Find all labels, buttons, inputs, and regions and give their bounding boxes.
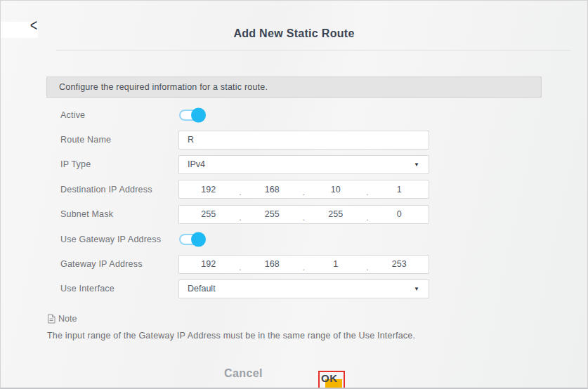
form-row-use-gateway: Use Gateway IP Address [60, 227, 431, 251]
toggle-knob-icon [191, 232, 206, 246]
ip-dot-separator: . [365, 264, 370, 273]
static-route-form: Active Route Name IP Type IPv4 ▼ [60, 103, 431, 301]
note-header: Note [47, 314, 77, 324]
toggle-knob-icon [191, 107, 206, 122]
use-interface-value: Default [188, 284, 216, 294]
subnet-mask-input: . . . [178, 205, 429, 224]
ok-button-label: OK [321, 372, 338, 384]
chevron-down-icon: ▼ [414, 161, 419, 168]
gateway-ip-octet-3[interactable] [306, 256, 365, 273]
ip-dot-separator: . [238, 214, 243, 223]
gateway-ip-octet-4[interactable] [370, 256, 429, 273]
add-static-route-page: < Add New Static Route Configure the req… [0, 0, 588, 389]
form-row-gateway-ip: Gateway IP Address . . . [60, 251, 431, 276]
ip-dot-separator: . [301, 264, 306, 273]
ip-type-value: IPv4 [188, 159, 205, 169]
form-row-destination-ip: Destination IP Address . . . [60, 177, 431, 202]
ip-type-label: IP Type [60, 159, 178, 169]
gateway-ip-input: . . . [178, 255, 429, 274]
destination-ip-octet-1[interactable] [179, 180, 238, 198]
subnet-mask-octet-3[interactable] [306, 206, 365, 223]
ip-dot-separator: . [301, 189, 306, 198]
subnet-mask-octet-4[interactable] [370, 206, 429, 223]
ip-dot-separator: . [365, 214, 370, 223]
ok-button[interactable]: OK [318, 371, 345, 389]
active-toggle[interactable] [179, 110, 205, 121]
ip-dot-separator: . [365, 189, 370, 198]
ip-type-select[interactable]: IPv4 ▼ [178, 155, 429, 174]
ip-dot-separator: . [238, 189, 243, 198]
use-interface-label: Use Interface [60, 284, 178, 294]
ip-dot-separator: . [301, 214, 306, 223]
cancel-button[interactable]: Cancel [224, 367, 263, 380]
destination-ip-octet-4[interactable] [370, 180, 429, 198]
use-gateway-toggle[interactable] [179, 234, 205, 245]
route-name-input[interactable] [178, 131, 429, 150]
destination-ip-octet-3[interactable] [306, 180, 365, 198]
note-title: Note [58, 314, 77, 324]
destination-ip-label: Destination IP Address [60, 185, 178, 194]
header-divider [56, 50, 570, 51]
route-name-label: Route Name [60, 135, 178, 145]
use-interface-select[interactable]: Default ▼ [178, 279, 429, 298]
subnet-mask-octet-1[interactable] [179, 206, 238, 223]
active-label: Active [60, 110, 178, 120]
form-row-active: Active [60, 103, 431, 127]
form-row-ip-type: IP Type IPv4 ▼ [60, 152, 431, 177]
info-banner: Configure the required information for a… [46, 77, 542, 98]
form-row-use-interface: Use Interface Default ▼ [60, 277, 431, 301]
note-text: The input range of the Gateway IP Addres… [47, 331, 415, 341]
gateway-ip-octet-1[interactable] [179, 256, 238, 273]
info-banner-text: Configure the required information for a… [59, 82, 268, 92]
gateway-ip-label: Gateway IP Address [60, 259, 178, 269]
form-row-route-name: Route Name [60, 127, 431, 152]
ip-dot-separator: . [238, 264, 243, 273]
subnet-mask-label: Subnet Mask [60, 209, 178, 219]
use-gateway-label: Use Gateway IP Address [60, 235, 178, 244]
page-title: Add New Static Route [1, 27, 587, 40]
subnet-mask-octet-2[interactable] [243, 206, 302, 223]
gateway-ip-octet-2[interactable] [243, 256, 302, 273]
form-row-subnet-mask: Subnet Mask . . . [60, 202, 431, 227]
destination-ip-octet-2[interactable] [243, 180, 302, 198]
chevron-down-icon: ▼ [414, 286, 419, 292]
document-icon [47, 314, 55, 324]
destination-ip-input: . . . [178, 180, 429, 199]
